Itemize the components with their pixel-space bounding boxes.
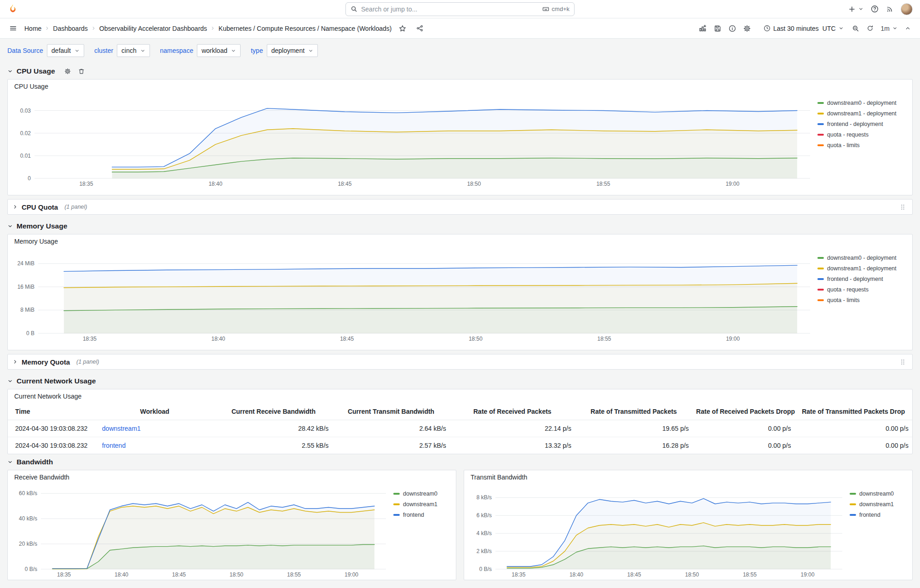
panel-memory-usage: Memory Usage 0 B8 MiB16 MiB24 MiB18:3518… xyxy=(7,234,913,350)
timezone-label: UTC xyxy=(822,25,836,32)
add-panel-icon xyxy=(699,24,707,32)
legend-item[interactable]: quota - requests xyxy=(817,131,906,138)
variable-label[interactable]: type xyxy=(251,47,263,54)
svg-text:18:45: 18:45 xyxy=(340,336,354,342)
collapse-icon xyxy=(7,69,13,74)
search-input[interactable] xyxy=(361,6,539,13)
table-column-header[interactable]: Current Receive Bandwidth xyxy=(215,403,332,420)
panel-title[interactable]: CPU Usage xyxy=(8,80,912,93)
add-panel-button[interactable] xyxy=(696,22,709,35)
legend-item[interactable]: downstream1 xyxy=(850,500,906,508)
variable-select-cluster[interactable]: cinch xyxy=(117,44,150,57)
legend-swatch xyxy=(817,257,824,259)
section-row-memory-quota[interactable]: Memory Quota (1 panel) xyxy=(7,354,913,370)
svg-text:0.03: 0.03 xyxy=(20,108,31,114)
section-title: Current Network Usage xyxy=(17,377,96,385)
legend-item[interactable]: downstream0 - deployment xyxy=(817,99,906,107)
dashboard-insights-button[interactable] xyxy=(726,22,739,35)
legend-item[interactable]: frontend - deployment xyxy=(817,120,906,128)
breadcrumb-separator-icon xyxy=(45,26,50,31)
legend-item[interactable]: downstream0 - deployment xyxy=(817,254,906,262)
refresh-button[interactable] xyxy=(864,22,876,35)
panel-title[interactable]: Memory Usage xyxy=(8,234,912,248)
panel-title[interactable]: Transmit Bandwidth xyxy=(464,470,912,484)
legend-item[interactable]: frontend xyxy=(850,511,906,519)
mega-menu-button[interactable] xyxy=(6,22,20,35)
legend-item[interactable]: quota - limits xyxy=(817,141,906,149)
table-column-header[interactable]: Current Transmit Bandwidth xyxy=(332,403,449,420)
variable-select-datasource[interactable]: default xyxy=(47,44,84,57)
time-series-chart[interactable]: 0 B/s20 kB/s40 kB/s60 kB/s18:3518:4018:4… xyxy=(12,484,389,579)
row-delete-button[interactable] xyxy=(75,66,87,77)
table-column-header[interactable]: Rate of Transmitted Packets xyxy=(575,403,692,420)
variable-datasource: Data Source default xyxy=(7,44,84,57)
news-button[interactable] xyxy=(886,6,893,13)
legend-label: downstream0 xyxy=(859,491,894,497)
legend-item[interactable]: frontend xyxy=(393,511,449,519)
legend-swatch xyxy=(817,289,824,291)
search-shortcut: cmd+k xyxy=(542,6,569,12)
search-bar[interactable]: cmd+k xyxy=(345,2,575,16)
time-series-chart[interactable]: 0 B/s2 kB/s4 kB/s6 kB/s8 kB/s18:3518:401… xyxy=(468,484,845,579)
table-column-header[interactable]: Rate of Received Packets Droppe xyxy=(692,403,794,420)
legend-swatch xyxy=(817,278,824,280)
svg-text:19:00: 19:00 xyxy=(801,571,815,578)
section-header-bandwidth[interactable]: Bandwidth xyxy=(7,454,913,470)
legend-item[interactable]: quota - limits xyxy=(817,296,906,304)
legend-item[interactable]: downstream1 - deployment xyxy=(817,109,906,117)
section-header-memory-usage[interactable]: Memory Usage xyxy=(7,218,913,234)
panel-title[interactable]: Receive Bandwidth xyxy=(8,470,456,484)
table-column-header[interactable]: Workload xyxy=(95,403,215,420)
legend-item[interactable]: downstream1 - deployment xyxy=(817,264,906,272)
row-drag-handle[interactable] xyxy=(898,357,908,367)
section-header-cpu-usage[interactable]: CPU Usage xyxy=(7,63,913,79)
share-button[interactable] xyxy=(414,22,426,35)
variable-label[interactable]: Data Source xyxy=(7,47,43,54)
section-header-network-usage[interactable]: Current Network Usage xyxy=(7,373,913,389)
legend-item[interactable]: frontend - deployment xyxy=(817,275,906,283)
trash-icon xyxy=(78,68,85,74)
collapse-icon xyxy=(7,459,13,465)
workload-link[interactable]: frontend xyxy=(102,442,126,449)
refresh-interval-picker[interactable]: 1m xyxy=(878,22,900,35)
new-button[interactable] xyxy=(848,6,863,13)
legend-item[interactable]: quota - requests xyxy=(817,285,906,293)
variable-select-namespace[interactable]: workload xyxy=(197,44,241,57)
table-column-header[interactable]: Rate of Received Packets xyxy=(450,403,575,420)
question-icon xyxy=(871,5,879,13)
panel-title[interactable]: Current Network Usage xyxy=(8,389,912,403)
svg-text:18:55: 18:55 xyxy=(596,181,610,187)
variable-label[interactable]: namespace xyxy=(160,47,193,54)
breadcrumb-item-dashboards[interactable]: Dashboards xyxy=(53,25,88,32)
time-range-picker[interactable]: Last 30 minutes UTC xyxy=(760,22,847,35)
table-column-header[interactable]: Time xyxy=(8,403,95,420)
collapse-controls-button[interactable] xyxy=(902,22,914,35)
variable-label[interactable]: cluster xyxy=(94,47,113,54)
help-button[interactable] xyxy=(871,5,879,13)
time-cell: 2024-04-30 19:03:08.232 xyxy=(8,437,95,454)
breadcrumb-item-folder[interactable]: Observability Accelerator Dashboards xyxy=(99,25,207,32)
rss-icon xyxy=(886,6,893,13)
legend-swatch xyxy=(817,299,824,301)
workload-link[interactable]: downstream1 xyxy=(102,425,141,432)
legend-item[interactable]: downstream0 xyxy=(850,490,906,497)
save-dashboard-button[interactable] xyxy=(711,22,724,35)
legend-item[interactable]: downstream0 xyxy=(393,490,449,497)
grafana-logo[interactable] xyxy=(7,4,18,15)
svg-text:40 kB/s: 40 kB/s xyxy=(19,515,37,522)
favorite-button[interactable] xyxy=(396,22,409,35)
zoom-out-button[interactable] xyxy=(849,22,862,35)
variable-select-type[interactable]: deployment xyxy=(267,44,318,57)
value-cell: 13.32 p/s xyxy=(450,437,575,454)
row-drag-handle[interactable] xyxy=(898,202,908,212)
table-column-header[interactable]: Rate of Transmitted Packets Drop xyxy=(795,403,913,420)
svg-text:2 kB/s: 2 kB/s xyxy=(477,548,492,554)
legend-item[interactable]: downstream1 xyxy=(393,500,449,508)
breadcrumb-item-home[interactable]: Home xyxy=(24,25,41,32)
section-row-cpu-quota[interactable]: CPU Quota (1 panel) xyxy=(7,199,913,215)
time-series-chart[interactable]: 00.010.020.0318:3518:4018:4518:5018:5519… xyxy=(12,93,813,188)
row-settings-button[interactable] xyxy=(62,66,74,77)
dashboard-settings-button[interactable] xyxy=(741,22,753,35)
time-series-chart[interactable]: 0 B8 MiB16 MiB24 MiB18:3518:4018:4518:50… xyxy=(12,248,813,343)
avatar[interactable] xyxy=(901,3,913,15)
